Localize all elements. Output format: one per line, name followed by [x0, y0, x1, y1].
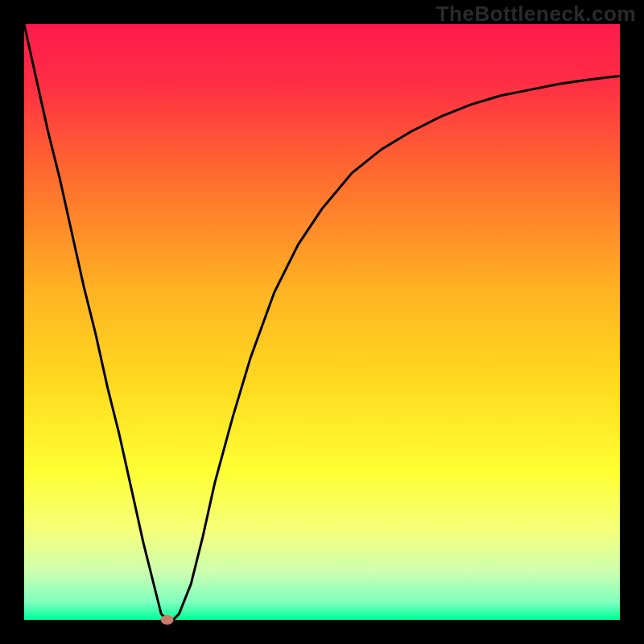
plot-background: [24, 24, 620, 620]
minimum-marker: [161, 615, 174, 625]
chart-frame: TheBottleneck.com: [0, 0, 644, 644]
bottleneck-chart: [0, 0, 644, 644]
